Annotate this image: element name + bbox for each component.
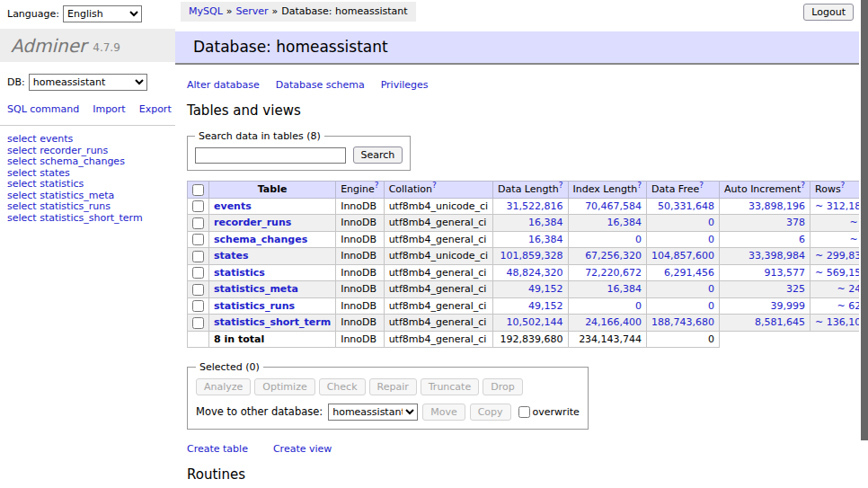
total-empty-cell	[188, 331, 209, 347]
table-name-link[interactable]: states	[214, 250, 249, 262]
auto-increment-cell[interactable]: 378	[720, 215, 810, 232]
data-length-cell[interactable]: 49,152	[493, 281, 568, 298]
index-length-cell[interactable]: 0	[568, 231, 647, 248]
data-length-cell[interactable]: 101,859,328	[493, 248, 568, 265]
engine-cell: InnoDB	[336, 198, 384, 215]
data-length-cell[interactable]: 16,384	[493, 215, 568, 232]
auto-increment-cell[interactable]: 39,999	[720, 297, 810, 315]
table-row: statistics_meta InnoDB utf8mb4_general_c…	[188, 281, 868, 298]
sidebar-select-table-link[interactable]: select statistics_runs	[7, 201, 168, 213]
total-engine-cell: InnoDB	[336, 331, 384, 347]
data-free-cell[interactable]: 50,331,648	[647, 198, 720, 215]
table-name-link[interactable]: events	[214, 200, 252, 212]
scrollbar-thumb[interactable]	[861, 0, 868, 440]
row-checkbox[interactable]	[192, 284, 204, 296]
index-length-cell[interactable]: 16,384	[568, 281, 647, 298]
row-checkbox-cell	[188, 198, 209, 215]
auto-increment-cell[interactable]: 8,581,645	[720, 315, 810, 332]
column-help-link[interactable]: ?	[432, 182, 437, 191]
sidebar-action-link[interactable]: Export	[139, 103, 172, 115]
sidebar-select-table-link[interactable]: select statistics_short_term	[7, 213, 168, 225]
content-area: Alter databaseDatabase schemaPrivileges …	[175, 79, 859, 488]
column-help-link[interactable]: ?	[801, 182, 805, 191]
search-fieldset: Search data in tables (8) Search	[187, 130, 411, 171]
create-link[interactable]: Create view	[273, 443, 332, 455]
row-checkbox-cell	[188, 281, 209, 298]
vertical-scrollbar[interactable]	[859, 0, 868, 488]
db-select[interactable]: homeassistant	[29, 74, 147, 91]
column-header: Collation?	[384, 182, 492, 199]
create-link[interactable]: Create table	[187, 443, 248, 455]
db-label: DB:	[7, 76, 25, 88]
index-length-cell[interactable]: 16,384	[568, 215, 647, 232]
logout-button[interactable]: Logout	[803, 4, 854, 21]
data-free-cell[interactable]: 0	[647, 215, 720, 232]
sidebar-select-table-link[interactable]: select events	[7, 134, 168, 146]
row-checkbox[interactable]	[192, 217, 204, 229]
move-db-select[interactable]: homeassistant	[328, 404, 418, 421]
copy-button: Copy	[470, 404, 511, 421]
data-length-cell[interactable]: 49,152	[493, 297, 568, 315]
index-length-cell[interactable]: 0	[568, 297, 647, 315]
index-length-cell[interactable]: 67,256,320	[568, 248, 647, 265]
sidebar-action-link[interactable]: Import	[93, 103, 126, 115]
page-title: Database: homeassistant	[175, 31, 859, 65]
collation-cell: utf8mb4_unicode_ci	[384, 198, 492, 215]
auto-increment-cell[interactable]: 33,398,984	[720, 248, 810, 265]
check-all-checkbox[interactable]	[192, 184, 204, 196]
database-action-link[interactable]: Alter database	[187, 79, 260, 91]
engine-cell: InnoDB	[336, 281, 384, 298]
column-help-link[interactable]: ?	[559, 182, 563, 191]
column-help-link[interactable]: ?	[841, 182, 846, 191]
data-free-cell[interactable]: 6,291,456	[647, 264, 720, 281]
index-length-cell[interactable]: 72,220,672	[568, 264, 647, 281]
data-free-cell[interactable]: 104,857,600	[647, 248, 720, 265]
collation-cell: utf8mb4_general_ci	[384, 281, 492, 298]
database-action-link[interactable]: Database schema	[276, 79, 365, 91]
table-total-row: 8 in total InnoDB utf8mb4_general_ci 192…	[188, 331, 868, 347]
index-length-cell[interactable]: 24,166,400	[568, 315, 647, 332]
overwrite-checkbox[interactable]	[518, 406, 530, 418]
table-name-cell: statistics_meta	[209, 281, 336, 298]
language-select[interactable]: English	[63, 5, 142, 22]
auto-increment-cell[interactable]: 913,577	[720, 264, 810, 281]
data-length-cell[interactable]: 31,522,816	[493, 198, 568, 215]
index-length-cell[interactable]: 70,467,584	[568, 198, 647, 215]
row-checkbox[interactable]	[192, 200, 204, 212]
table-name-link[interactable]: statistics_runs	[214, 300, 295, 312]
row-checkbox[interactable]	[192, 317, 204, 329]
auto-increment-cell[interactable]: 325	[720, 281, 810, 298]
data-free-cell[interactable]: 188,743,680	[647, 315, 720, 332]
selected-action-button: Check	[319, 378, 366, 395]
search-button[interactable]: Search	[353, 146, 403, 164]
table-name-link[interactable]: statistics_short_term	[214, 316, 331, 328]
table-name-link[interactable]: statistics_meta	[214, 283, 298, 295]
data-free-cell[interactable]: 0	[647, 297, 720, 315]
data-length-cell[interactable]: 48,824,320	[493, 264, 568, 281]
breadcrumb-server-link[interactable]: Server	[236, 5, 269, 17]
row-checkbox[interactable]	[192, 300, 204, 312]
auto-increment-cell[interactable]: 33,898,196	[720, 198, 810, 215]
total-data-free-cell: 0	[647, 331, 720, 347]
row-checkbox[interactable]	[192, 251, 204, 262]
table-row: states InnoDB utf8mb4_unicode_ci 101,859…	[188, 248, 868, 265]
auto-increment-cell[interactable]: 6	[720, 231, 810, 248]
search-input[interactable]	[195, 147, 346, 164]
column-help-link[interactable]: ?	[375, 182, 379, 191]
row-checkbox[interactable]	[192, 234, 204, 245]
column-help-link[interactable]: ?	[637, 182, 642, 191]
breadcrumb-mysql-link[interactable]: MySQL	[189, 5, 223, 17]
data-free-cell[interactable]: 0	[647, 281, 720, 298]
column-help-link[interactable]: ?	[699, 182, 704, 191]
data-free-cell[interactable]: 0	[647, 231, 720, 248]
data-length-cell[interactable]: 16,384	[493, 231, 568, 248]
table-name-link[interactable]: statistics	[214, 267, 265, 279]
table-name-link[interactable]: recorder_runs	[214, 217, 291, 228]
sidebar-action-link[interactable]: SQL command	[7, 103, 79, 115]
table-name-link[interactable]: schema_changes	[214, 234, 307, 245]
sidebar-select-table-link[interactable]: select schema_changes	[7, 156, 168, 168]
sidebar-select-table-link[interactable]: select statistics	[7, 179, 168, 191]
data-length-cell[interactable]: 10,502,144	[493, 315, 568, 332]
database-action-link[interactable]: Privileges	[381, 79, 429, 91]
row-checkbox[interactable]	[192, 267, 204, 279]
